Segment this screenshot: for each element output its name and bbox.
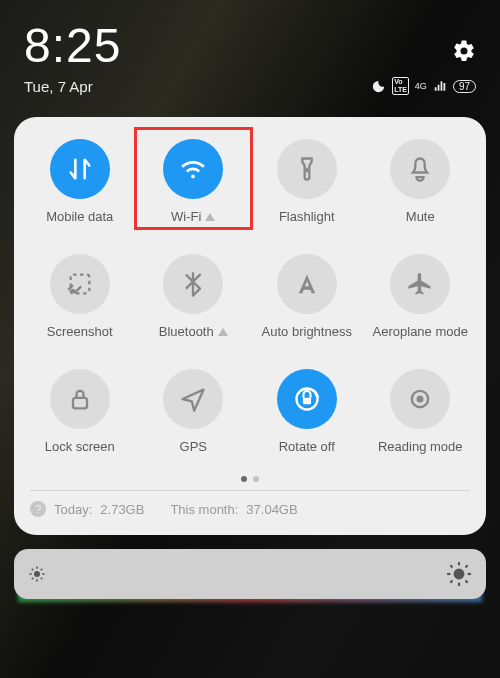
mute-icon [390,139,450,199]
rotate-off-icon [277,369,337,429]
date: Tue, 7 Apr [24,78,93,95]
tile-rotate-off[interactable]: Rotate off [253,369,361,454]
svg-line-23 [466,581,468,583]
svg-line-22 [450,565,452,567]
svg-point-2 [70,289,75,294]
auto-brightness-icon [277,254,337,314]
wifi-icon [163,139,223,199]
svg-point-7 [417,396,424,403]
tile-label: Lock screen [45,439,115,454]
svg-line-15 [32,578,34,580]
network-4g-label: 4G [415,81,427,91]
lock-screen-icon [50,369,110,429]
svg-line-16 [41,569,43,571]
svg-point-8 [34,571,40,577]
tile-label: Mute [406,209,435,224]
expand-indicator-icon [218,328,228,336]
divider [30,490,470,491]
svg-line-24 [450,581,452,583]
gear-icon[interactable] [452,39,476,63]
tile-auto-brightness[interactable]: Auto brightness [253,254,361,339]
help-icon: ? [30,501,46,517]
tile-screenshot[interactable]: Screenshot [26,254,134,339]
dnd-moon-icon [371,79,386,94]
tile-bluetooth[interactable]: Bluetooth [140,254,248,339]
brightness-low-icon [28,565,46,583]
usage-month-value: 37.04GB [246,502,297,517]
tile-reading-mode[interactable]: Reading mode [367,369,475,454]
brightness-high-icon [446,561,472,587]
tile-label: Screenshot [47,324,113,339]
clock: 8:25 [24,18,121,73]
reading-mode-icon [390,369,450,429]
battery-badge: 97 [453,80,476,93]
tile-mobile-data[interactable]: Mobile data [26,139,134,224]
screenshot-icon [50,254,110,314]
tile-aeroplane-mode[interactable]: Aeroplane mode [367,254,475,339]
svg-line-14 [41,578,43,580]
aeroplane-mode-icon [390,254,450,314]
tile-label: Bluetooth [159,324,228,339]
tile-wifi[interactable]: Wi-Fi [140,139,248,224]
tiles-grid: Mobile dataWi-FiFlashlightMuteScreenshot… [26,139,474,454]
page-indicator [26,476,474,482]
status-header: 8:25 Tue, 7 Apr VoLTE 4G 97 [0,0,500,103]
tile-mute[interactable]: Mute [367,139,475,224]
tile-lock-screen[interactable]: Lock screen [26,369,134,454]
flashlight-icon [277,139,337,199]
tile-label: Rotate off [279,439,335,454]
signal-icon [433,79,447,93]
volte-badge: VoLTE [392,77,409,95]
quick-settings-panel: Mobile dataWi-FiFlashlightMuteScreenshot… [14,117,486,535]
bluetooth-icon [163,254,223,314]
tile-label: Mobile data [46,209,113,224]
tile-label: Flashlight [279,209,335,224]
brightness-slider[interactable] [14,549,486,599]
expand-indicator-icon [205,213,215,221]
tile-flashlight[interactable]: Flashlight [253,139,361,224]
tile-label: Auto brightness [262,324,352,339]
tile-gps[interactable]: GPS [140,369,248,454]
gps-icon [163,369,223,429]
tile-label: Aeroplane mode [373,324,468,339]
svg-point-17 [454,569,465,580]
page-dot [253,476,259,482]
tile-label: Wi-Fi [171,209,215,224]
usage-today-value: 2.73GB [100,502,144,517]
status-icons: VoLTE 4G 97 [371,77,476,95]
usage-today-label: Today: [54,502,92,517]
svg-rect-5 [303,398,311,404]
mobile-data-icon [50,139,110,199]
svg-line-25 [466,565,468,567]
data-usage-row[interactable]: ? Today: 2.73GB This month: 37.04GB [26,501,474,521]
svg-line-13 [32,569,34,571]
usage-month-label: This month: [170,502,238,517]
svg-rect-3 [73,398,87,409]
tile-label: Reading mode [378,439,463,454]
tile-label: GPS [180,439,207,454]
page-dot [241,476,247,482]
